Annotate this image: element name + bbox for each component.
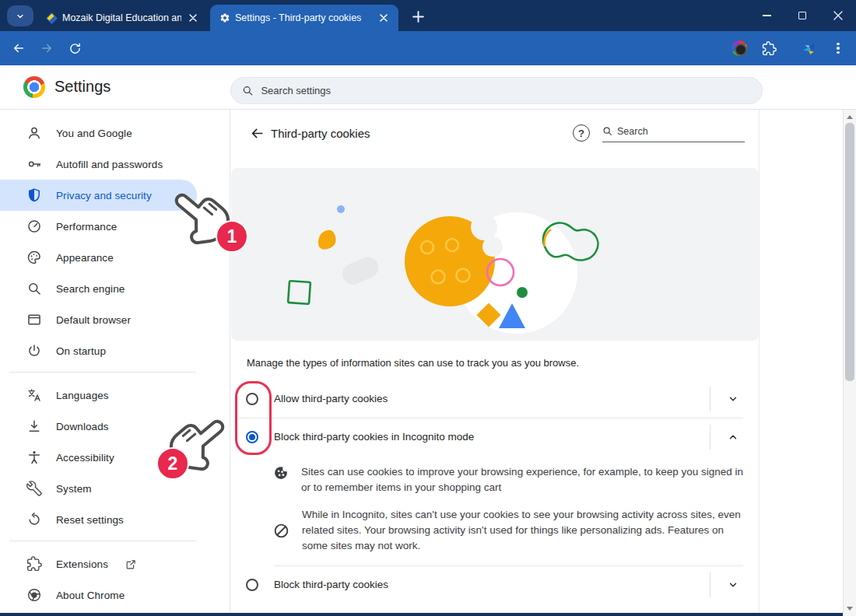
sidebar-item-label: Performance [56,221,117,233]
tab-title: Mozaik Digital Education and L [62,12,181,23]
plus-icon [412,11,424,23]
sidebar-divider [9,541,196,541]
tab-settings[interactable]: Settings - Third-party cookies [210,5,398,31]
back-button[interactable] [7,37,30,60]
option-block-third-party[interactable]: Block third-party cookies [231,566,759,604]
tab-mozaik[interactable]: Mozaik Digital Education and L [37,5,208,31]
puzzle-icon [762,41,777,56]
content-right-edge [759,110,760,613]
shield-icon [26,187,42,203]
browser-window-icon [26,312,42,327]
green-dot-shape [517,287,528,298]
chrome-logo [23,76,45,98]
extensions-button[interactable] [757,37,781,60]
tab-close-icon[interactable] [377,11,391,25]
sidebar-item-label: Reset settings [56,514,124,526]
content-back-button[interactable] [244,121,269,145]
profile-extension-button[interactable] [797,37,820,60]
speedometer-icon [26,219,42,234]
cookie-icon [274,466,288,480]
tab-search-button[interactable] [7,5,33,26]
mozaik-favicon [46,12,58,24]
blue-dot-shape [337,205,345,213]
green-square-shape [288,281,310,304]
intro-text: Manage the types of information sites ca… [247,357,745,369]
option-allow-third-party[interactable]: Allow third-party cookies [231,380,759,418]
window-close-button[interactable] [820,0,856,31]
chevron-down-icon[interactable] [728,394,738,404]
tab-close-icon[interactable] [186,11,200,25]
sidebar-item-reset-settings[interactable]: Reset settings [0,504,197,535]
sidebar-item-label: Downloads [56,421,109,432]
close-icon [833,11,843,20]
gray-pill-shape [339,254,382,288]
sidebar-item-label: Search engine [56,283,125,295]
window-bottom-edge [0,613,843,616]
chevron-up-icon[interactable] [728,432,738,443]
content-search-input[interactable] [617,126,718,137]
forward-arrow-icon [40,41,54,55]
help-button[interactable]: ? [573,124,590,142]
new-tab-button[interactable] [408,8,428,25]
sidebar-item-you-and-google[interactable]: You and Google [0,117,197,149]
reload-icon [68,42,82,55]
settings-search-bar[interactable] [230,77,763,104]
person-icon [26,125,42,141]
option-label: Allow third-party cookies [274,393,388,404]
sidebar-item-default-browser[interactable]: Default browser [0,304,197,335]
browser-menu-button[interactable] [826,37,850,60]
content-search-field[interactable] [602,121,745,142]
annotation-step-1-badge: 1 [216,220,248,253]
minimize-icon [763,15,771,16]
lens-extension-button[interactable] [728,37,751,60]
chevron-down-icon [16,12,25,21]
forward-button[interactable] [35,37,58,60]
sidebar-item-search-engine[interactable]: Search engine [0,273,197,304]
sidebar-item-about-chrome[interactable]: About Chrome [0,579,197,611]
scrollbar-thumb[interactable] [845,123,854,381]
blocked-icon [274,523,289,538]
sidebar-divider [9,372,196,373]
row-divider [710,387,710,411]
sidebar-item-label: Appearance [56,252,114,264]
detail-incognito-blocking: While in Incognito, sites can't use your… [274,507,749,554]
window-minimize-button[interactable] [749,0,784,31]
download-icon [26,418,42,434]
annotation-step-2-badge: 2 [156,447,189,480]
sidebar-item-extensions[interactable]: Extensions [0,548,197,579]
option-label: Block third-party cookies [274,579,388,590]
sidebar-item-autofill[interactable]: Autofill and passwords [0,149,197,180]
wrench-icon [26,481,42,496]
question-mark-icon: ? [578,128,584,139]
sidebar-item-appearance[interactable]: Appearance [0,242,197,273]
scrollbar-up-arrow[interactable] [844,111,856,123]
sidebar-item-on-startup[interactable]: On startup [0,335,197,366]
key-icon [26,156,42,172]
accessibility-icon [26,450,42,465]
sidebar-item-label: Accessibility [56,452,114,464]
option-block-incognito[interactable]: Block third-party cookies in Incognito m… [231,418,759,456]
radio-unchecked[interactable] [246,579,258,591]
window-maximize-button[interactable] [784,0,820,31]
settings-search-input[interactable] [261,85,751,96]
sidebar-item-label: On startup [56,345,106,357]
detail-text: While in Incognito, sites can't use your… [302,507,749,554]
content-header: Third-party cookies ? [230,110,759,158]
translate-icon [26,387,42,403]
reload-button[interactable] [63,37,86,60]
search-icon [26,281,42,296]
yellow-blob-shape [318,230,336,250]
detail-text: Sites can use cookies to improve your br… [301,464,749,495]
step-number: 1 [227,226,237,247]
maximize-icon [798,12,806,19]
page-scrollbar[interactable] [843,110,856,616]
page-app-title: Settings [54,78,111,96]
detail-cookies-benefit: Sites can use cookies to improve your br… [274,464,749,495]
page-title: Third-party cookies [271,127,370,140]
back-arrow-icon [250,126,265,141]
sidebar-item-languages[interactable]: Languages [0,380,197,411]
sidebar-item-label: Autofill and passwords [56,159,163,170]
scrollbar-down-arrow[interactable] [844,603,856,614]
chevron-down-icon[interactable] [728,579,738,590]
tab-title: Settings - Third-party cookies [235,12,372,23]
